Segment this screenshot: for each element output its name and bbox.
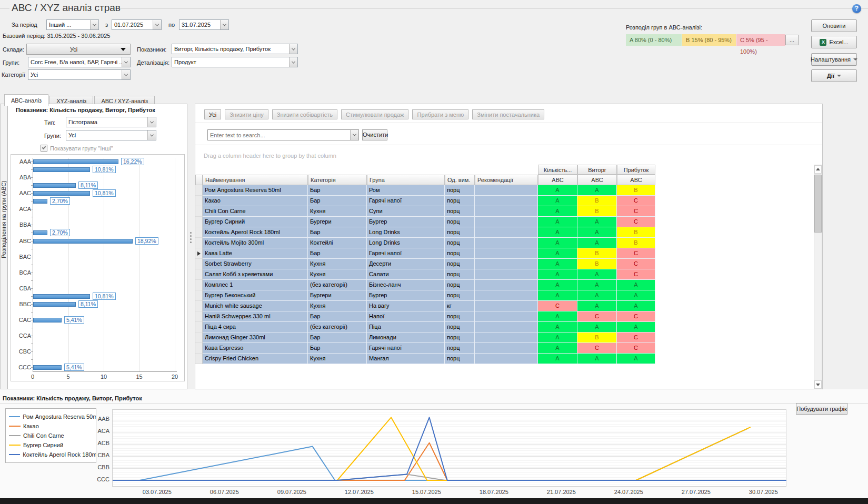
scrollbar-thumb[interactable] bbox=[814, 175, 822, 233]
abc-grade-cell[interactable]: C bbox=[577, 311, 617, 322]
abc-grade-cell[interactable]: A bbox=[617, 290, 655, 301]
chevron-down-icon[interactable] bbox=[122, 57, 130, 67]
table-cell[interactable]: кг bbox=[445, 301, 475, 311]
table-cell[interactable]: Long Drinks bbox=[367, 238, 445, 248]
abc-grade-cell[interactable]: A bbox=[577, 185, 617, 196]
table-cell[interactable]: Бургер bbox=[367, 217, 445, 227]
table-cell[interactable]: (без категорії) bbox=[308, 322, 367, 332]
abc-grade-cell[interactable]: A bbox=[538, 196, 577, 206]
table-cell[interactable]: Лимонади bbox=[367, 332, 445, 343]
chevron-down-icon[interactable] bbox=[220, 20, 228, 29]
abc-grade-cell[interactable]: B bbox=[577, 259, 617, 269]
table-cell[interactable]: Бар bbox=[308, 227, 367, 238]
abc-grade-cell[interactable]: C bbox=[538, 301, 577, 311]
search-input[interactable] bbox=[208, 130, 350, 140]
abc-grade-cell[interactable]: C bbox=[617, 259, 655, 269]
abc-grade-cell[interactable]: A bbox=[538, 269, 577, 280]
build-chart-button[interactable]: Побудувати графік bbox=[796, 403, 847, 415]
table-cell[interactable]: Піца 4 сира bbox=[203, 322, 308, 332]
table-cell[interactable]: Коктейль Mojito 300ml bbox=[203, 238, 308, 248]
abc-grade-cell[interactable]: A bbox=[538, 343, 577, 354]
abc-grade-cell[interactable]: A bbox=[577, 269, 617, 280]
table-cell[interactable]: порц bbox=[445, 311, 475, 322]
table-cell[interactable] bbox=[475, 280, 538, 290]
table-cell[interactable]: порц bbox=[445, 217, 475, 227]
actions-button[interactable]: Дії bbox=[811, 69, 857, 82]
abc-grade-cell[interactable]: A bbox=[617, 280, 655, 290]
abc-grade-cell[interactable]: B bbox=[577, 332, 617, 343]
lower-price-button[interactable]: Знизити ціну bbox=[225, 109, 268, 119]
refresh-button[interactable]: Оновити bbox=[811, 19, 857, 32]
table-cell[interactable]: Салати bbox=[367, 269, 445, 280]
abc-grade-cell[interactable]: C bbox=[617, 311, 655, 322]
table-cell[interactable]: (без категорії) bbox=[308, 280, 367, 290]
abc-grade-cell[interactable]: A bbox=[577, 280, 617, 290]
table-cell[interactable]: Кухня bbox=[308, 354, 367, 364]
table-cell[interactable]: Бургери bbox=[308, 290, 367, 301]
table-cell[interactable] bbox=[475, 269, 538, 280]
table-cell[interactable] bbox=[475, 301, 538, 311]
table-cell[interactable]: Бургер bbox=[367, 290, 445, 301]
table-cell[interactable]: Кава Espresso bbox=[203, 343, 308, 354]
column-header-abc[interactable]: АВС bbox=[577, 175, 617, 185]
chevron-down-icon[interactable] bbox=[147, 130, 156, 140]
table-cell[interactable]: порц bbox=[445, 343, 475, 354]
period-select[interactable]: Інший ... bbox=[46, 19, 99, 30]
abc-grade-cell[interactable]: A bbox=[538, 311, 577, 322]
abc-grade-cell[interactable]: B bbox=[577, 248, 617, 259]
tab-abc-analysis[interactable]: АВС-аналіз bbox=[4, 94, 48, 106]
stores-select[interactable]: Усі bbox=[26, 44, 131, 55]
date-from-select[interactable]: 01.07.2025 bbox=[112, 19, 162, 30]
abc-grade-cell[interactable]: A bbox=[538, 290, 577, 301]
abc-grade-cell[interactable]: A bbox=[577, 322, 617, 332]
scroll-up-button[interactable] bbox=[814, 165, 822, 174]
table-cell[interactable] bbox=[475, 290, 538, 301]
table-cell[interactable]: Кухня bbox=[308, 301, 367, 311]
table-vertical-scrollbar[interactable] bbox=[814, 165, 822, 389]
abc-grade-cell[interactable]: A bbox=[617, 354, 655, 364]
stimulate-sales-button[interactable]: Стимулювати продаж bbox=[341, 109, 408, 119]
vertical-splitter[interactable] bbox=[190, 230, 192, 245]
lower-cost-button[interactable]: Знизити собівартість bbox=[272, 109, 337, 119]
table-cell[interactable]: Гарячі напої bbox=[367, 196, 445, 206]
table-cell[interactable]: порц bbox=[445, 290, 475, 301]
groups-select[interactable]: Corc Free, Б/а напої, БАР, Гарячі ... bbox=[28, 57, 131, 67]
table-cell[interactable] bbox=[475, 322, 538, 332]
abc-grade-cell[interactable]: C bbox=[617, 217, 655, 227]
table-cell[interactable] bbox=[475, 248, 538, 259]
table-cell[interactable]: Піца bbox=[367, 322, 445, 332]
abc-grade-cell[interactable]: A bbox=[577, 354, 617, 364]
table-cell[interactable]: порц bbox=[445, 238, 475, 248]
table-cell[interactable]: Бар bbox=[308, 311, 367, 322]
detail-select[interactable]: Продукт bbox=[172, 57, 298, 67]
abc-distribution-more-button[interactable]: ... bbox=[785, 35, 799, 45]
abc-grade-cell[interactable]: C bbox=[617, 269, 655, 280]
table-cell[interactable]: порц bbox=[445, 196, 475, 206]
table-cell[interactable] bbox=[475, 196, 538, 206]
table-cell[interactable] bbox=[475, 311, 538, 322]
abc-grade-cell[interactable]: A bbox=[617, 301, 655, 311]
column-header[interactable]: Категорія bbox=[308, 175, 367, 185]
abc-grade-cell[interactable]: A bbox=[538, 332, 577, 343]
abc-grade-cell[interactable]: A bbox=[538, 185, 577, 196]
table-cell[interactable]: Бургер Беконський bbox=[203, 290, 308, 301]
table-cell[interactable]: Sorbet Strawberry bbox=[203, 259, 308, 269]
table-cell[interactable]: Бар bbox=[308, 196, 367, 206]
column-header[interactable]: Од. вим. bbox=[445, 175, 475, 185]
side-panel-tab[interactable]: Розподілення на групи (АВС) bbox=[0, 104, 7, 389]
table-cell[interactable]: Супи bbox=[367, 206, 445, 217]
table-cell[interactable]: порц bbox=[445, 206, 475, 217]
table-cell[interactable]: Бар bbox=[308, 248, 367, 259]
abc-grade-cell[interactable]: A bbox=[577, 301, 617, 311]
table-cell[interactable] bbox=[475, 343, 538, 354]
abc-grade-cell[interactable]: A bbox=[577, 290, 617, 301]
table-cell[interactable] bbox=[475, 217, 538, 227]
chart-type-select[interactable]: Гістограма bbox=[66, 117, 156, 127]
remove-from-menu-button[interactable]: Прибрати з меню bbox=[412, 109, 468, 119]
table-cell[interactable] bbox=[475, 238, 538, 248]
metrics-select[interactable]: Виторг, Кількість продажу, Прибуток bbox=[172, 44, 298, 54]
abc-grade-cell[interactable]: A bbox=[538, 280, 577, 290]
table-cell[interactable]: Коктейлі bbox=[308, 238, 367, 248]
table-cell[interactable]: Десерти bbox=[367, 259, 445, 269]
filter-all-button[interactable]: Усі bbox=[204, 109, 221, 119]
